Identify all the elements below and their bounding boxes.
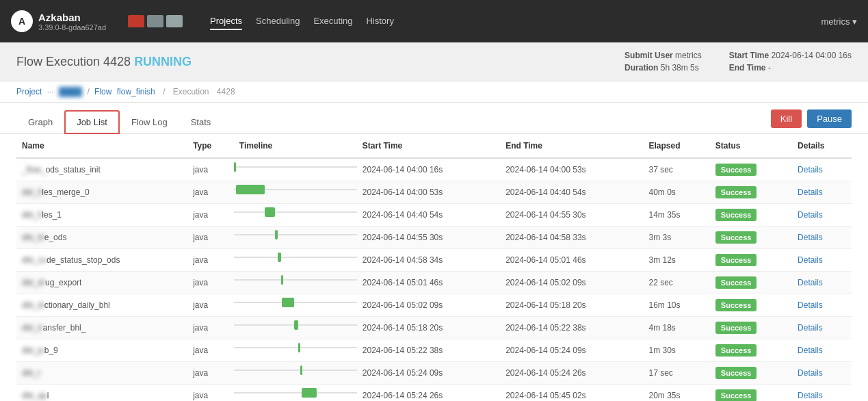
cell-name: dbt_files_merge_0	[16, 181, 187, 204]
cell-start-time: 2024-06-14 04:55 30s	[357, 227, 500, 249]
breadcrumb: Project ··· ████ / Flow flow_finish / Ex…	[0, 81, 868, 103]
cell-start-time: 2024-06-14 05:01 46s	[357, 272, 500, 294]
details-link[interactable]: Details	[798, 323, 823, 333]
cell-name: dbt_files_1	[16, 204, 187, 227]
timeline-bar	[234, 162, 236, 172]
cell-details[interactable]: Details	[792, 181, 852, 204]
cell-elapsed: 37 sec	[644, 158, 710, 181]
exec-title: Flow Execution 4428 RUNNING	[16, 55, 192, 69]
timeline-bar	[302, 388, 317, 398]
details-link[interactable]: Details	[798, 278, 823, 287]
cell-details[interactable]: Details	[792, 294, 852, 317]
cell-timeline	[234, 339, 357, 362]
breadcrumb-project[interactable]: Project	[16, 87, 42, 96]
details-link[interactable]: Details	[798, 346, 823, 355]
cell-details[interactable]: Details	[792, 339, 852, 362]
kill-button[interactable]: Kill	[771, 109, 802, 128]
app-name: Azkaban	[38, 12, 106, 23]
details-link[interactable]: Details	[798, 187, 823, 197]
timeline-bar	[275, 230, 278, 240]
timeline-track	[234, 257, 357, 258]
nav-executing[interactable]: Executing	[313, 13, 352, 30]
tab-actions: Kill Pause	[771, 109, 852, 133]
status-badge: Success	[715, 254, 757, 266]
cell-timeline	[234, 317, 357, 339]
color-block-2	[147, 15, 163, 27]
status-badge: Success	[715, 344, 757, 357]
cell-details[interactable]: Details	[792, 249, 852, 272]
cell-status: Success	[710, 294, 792, 317]
cell-details[interactable]: Details	[792, 317, 852, 339]
cell-name: dbt_ble_ods	[16, 227, 187, 249]
cell-name: dbt_dictionary_daily_bhl	[16, 294, 187, 317]
timeline-track	[234, 279, 357, 281]
exec-meta: Submit User metrics Duration 5h 38m 5s S…	[624, 51, 852, 73]
nav-history[interactable]: History	[366, 13, 393, 30]
job-list-table-container: Name Type Timeline Start Time End Time E…	[0, 134, 868, 401]
cell-elapsed: 16m 10s	[644, 294, 710, 317]
details-link[interactable]: Details	[798, 391, 823, 400]
user-menu[interactable]: metrics ▾	[821, 16, 858, 27]
end-time-value: -	[768, 63, 771, 73]
table-row: dbt_drug_exportjava2024-06-14 05:01 46s2…	[16, 272, 852, 294]
cell-timeline	[234, 362, 357, 385]
table-row: dbt_transfer_bhl_java2024-06-14 05:18 20…	[16, 317, 852, 339]
nav-scheduling[interactable]: Scheduling	[256, 13, 300, 30]
breadcrumb-project-name[interactable]: ████	[59, 87, 82, 96]
cell-type: java	[187, 272, 234, 294]
cell-timeline	[234, 181, 357, 204]
exec-status: RUNNING	[134, 55, 192, 68]
cell-end-time: 2024-06-14 05:18 20s	[500, 294, 643, 317]
cell-timeline	[234, 204, 357, 227]
cell-details[interactable]: Details	[792, 204, 852, 227]
details-link[interactable]: Details	[798, 300, 823, 310]
table-row: dbt_tjava2024-06-14 05:24 09s2024-06-14 …	[16, 362, 852, 385]
cell-end-time: 2024-06-14 05:24 26s	[500, 362, 643, 385]
cell-type: java	[187, 204, 234, 227]
timeline-track	[234, 302, 357, 303]
cell-status: Success	[710, 158, 792, 181]
timeline-bar	[282, 298, 294, 307]
timeline-track	[234, 347, 357, 348]
details-link[interactable]: Details	[798, 255, 823, 265]
table-row: dbt_code_status_stop_odsjava2024-06-14 0…	[16, 249, 852, 272]
cell-status: Success	[710, 272, 792, 294]
tab-bar: Graph Job List Flow Log Stats Kill Pause	[0, 103, 868, 134]
logo: A Azkaban 3.39.0-8-gdaa627ad	[11, 10, 106, 32]
logo-icon: A	[11, 10, 33, 32]
timeline-bar	[281, 275, 283, 285]
details-link[interactable]: Details	[798, 233, 823, 242]
pause-button[interactable]: Pause	[807, 109, 852, 128]
cell-details[interactable]: Details	[792, 362, 852, 385]
cell-details[interactable]: Details	[792, 385, 852, 402]
status-badge: Success	[715, 367, 757, 379]
cell-elapsed: 1m 30s	[644, 339, 710, 362]
cell-timeline	[234, 227, 357, 249]
start-time-label: Start Time	[729, 51, 769, 60]
details-link[interactable]: Details	[798, 210, 823, 220]
nav-projects[interactable]: Projects	[210, 13, 242, 30]
cell-details[interactable]: Details	[792, 158, 852, 181]
duration-value: 5h 38m 5s	[661, 63, 699, 73]
timeline-track	[234, 392, 357, 393]
breadcrumb-flow[interactable]: Flow	[94, 87, 111, 96]
color-blocks	[128, 15, 183, 27]
cell-elapsed: 17 sec	[644, 362, 710, 385]
cell-end-time: 2024-06-14 04:58 33s	[500, 227, 643, 249]
tab-job-list[interactable]: Job List	[64, 110, 120, 134]
details-link[interactable]: Details	[798, 368, 823, 378]
tab-graph[interactable]: Graph	[16, 111, 64, 133]
tab-flow-log[interactable]: Flow Log	[120, 111, 179, 133]
exec-header: Flow Execution 4428 RUNNING Submit User …	[0, 42, 868, 81]
table-row: dbt_ble_odsjava2024-06-14 04:55 30s2024-…	[16, 227, 852, 249]
cell-elapsed: 3m 12s	[644, 249, 710, 272]
cell-type: java	[187, 249, 234, 272]
cell-details[interactable]: Details	[792, 272, 852, 294]
cell-start-time: 2024-06-14 05:24 26s	[357, 385, 500, 402]
cell-status: Success	[710, 317, 792, 339]
details-link[interactable]: Details	[798, 165, 823, 174]
timeline-bar	[298, 343, 300, 352]
tab-stats[interactable]: Stats	[179, 111, 223, 133]
cell-details[interactable]: Details	[792, 227, 852, 249]
cell-timeline	[234, 272, 357, 294]
